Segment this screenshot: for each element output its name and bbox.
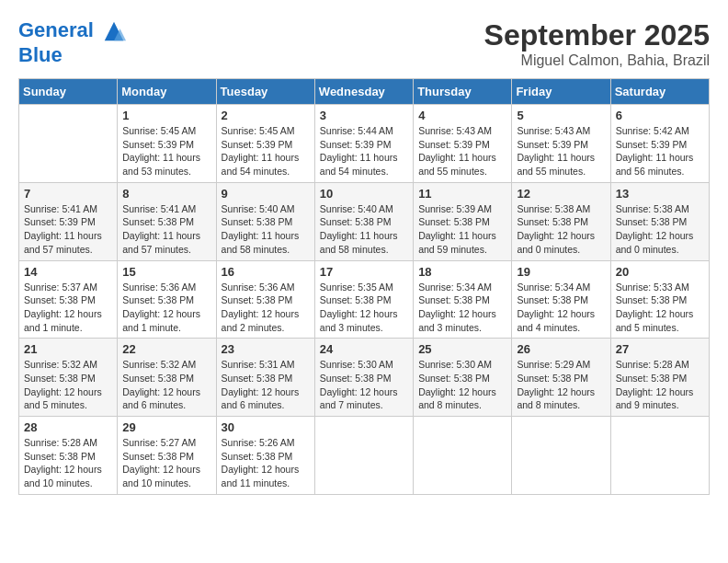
calendar-cell: 6Sunrise: 5:42 AM Sunset: 5:39 PM Daylig…	[610, 105, 709, 183]
cell-info: Sunrise: 5:45 AM Sunset: 5:39 PM Dayligh…	[122, 124, 210, 178]
calendar-header-row: SundayMondayTuesdayWednesdayThursdayFrid…	[19, 79, 710, 105]
day-number: 15	[122, 265, 210, 279]
calendar-cell: 28Sunrise: 5:28 AM Sunset: 5:38 PM Dayli…	[19, 417, 118, 495]
cell-info: Sunrise: 5:45 AM Sunset: 5:39 PM Dayligh…	[222, 124, 310, 178]
day-header-thursday: Thursday	[414, 79, 512, 105]
cell-info: Sunrise: 5:36 AM Sunset: 5:38 PM Dayligh…	[122, 281, 210, 335]
day-number: 23	[222, 342, 310, 356]
day-number: 30	[222, 420, 310, 434]
calendar-cell	[512, 417, 610, 495]
cell-info: Sunrise: 5:41 AM Sunset: 5:39 PM Dayligh…	[24, 202, 112, 257]
cell-info: Sunrise: 5:27 AM Sunset: 5:38 PM Dayligh…	[122, 436, 210, 490]
calendar-cell: 29Sunrise: 5:27 AM Sunset: 5:38 PM Dayli…	[118, 417, 216, 495]
day-header-wednesday: Wednesday	[314, 79, 413, 105]
calendar-cell: 1Sunrise: 5:45 AM Sunset: 5:39 PM Daylig…	[118, 105, 216, 183]
cell-info: Sunrise: 5:28 AM Sunset: 5:38 PM Dayligh…	[24, 436, 112, 490]
day-number: 25	[418, 342, 506, 356]
calendar-cell: 5Sunrise: 5:43 AM Sunset: 5:39 PM Daylig…	[512, 105, 610, 183]
day-number: 7	[24, 187, 112, 201]
day-header-monday: Monday	[118, 79, 216, 105]
day-number: 21	[24, 342, 112, 356]
day-number: 29	[122, 420, 210, 434]
cell-info: Sunrise: 5:34 AM Sunset: 5:38 PM Dayligh…	[517, 281, 605, 335]
calendar-week-3: 14Sunrise: 5:37 AM Sunset: 5:38 PM Dayli…	[19, 260, 710, 339]
calendar-cell: 26Sunrise: 5:29 AM Sunset: 5:38 PM Dayli…	[512, 339, 610, 417]
cell-info: Sunrise: 5:28 AM Sunset: 5:38 PM Dayligh…	[616, 358, 704, 412]
day-number: 4	[418, 109, 506, 122]
day-number: 9	[222, 187, 310, 201]
title-block: September 2025 Miguel Calmon, Bahia, Bra…	[484, 18, 710, 69]
calendar-cell: 13Sunrise: 5:38 AM Sunset: 5:38 PM Dayli…	[610, 182, 709, 260]
calendar-cell: 8Sunrise: 5:41 AM Sunset: 5:38 PM Daylig…	[118, 182, 216, 260]
cell-info: Sunrise: 5:32 AM Sunset: 5:38 PM Dayligh…	[122, 358, 210, 412]
day-number: 24	[320, 342, 408, 356]
day-number: 26	[517, 342, 605, 356]
calendar-cell: 4Sunrise: 5:43 AM Sunset: 5:39 PM Daylig…	[414, 105, 512, 183]
day-number: 8	[122, 187, 210, 201]
calendar-cell: 30Sunrise: 5:26 AM Sunset: 5:38 PM Dayli…	[216, 417, 314, 495]
calendar-cell: 25Sunrise: 5:30 AM Sunset: 5:38 PM Dayli…	[414, 339, 512, 417]
day-header-saturday: Saturday	[610, 79, 709, 105]
page-header: General Blue September 2025 Miguel Calmo…	[18, 18, 710, 69]
day-number: 28	[24, 420, 112, 434]
cell-info: Sunrise: 5:32 AM Sunset: 5:38 PM Dayligh…	[24, 358, 112, 412]
cell-info: Sunrise: 5:35 AM Sunset: 5:38 PM Dayligh…	[320, 281, 408, 335]
calendar-body: 1Sunrise: 5:45 AM Sunset: 5:39 PM Daylig…	[19, 105, 710, 495]
cell-info: Sunrise: 5:36 AM Sunset: 5:38 PM Dayligh…	[222, 281, 310, 335]
cell-info: Sunrise: 5:37 AM Sunset: 5:38 PM Dayligh…	[24, 281, 112, 335]
day-header-friday: Friday	[512, 79, 610, 105]
cell-info: Sunrise: 5:43 AM Sunset: 5:39 PM Dayligh…	[418, 124, 506, 178]
cell-info: Sunrise: 5:40 AM Sunset: 5:38 PM Dayligh…	[320, 202, 408, 257]
calendar-cell: 11Sunrise: 5:39 AM Sunset: 5:38 PM Dayli…	[414, 182, 512, 260]
day-number: 5	[517, 109, 605, 122]
logo-text: General	[18, 18, 127, 44]
cell-info: Sunrise: 5:41 AM Sunset: 5:38 PM Dayligh…	[122, 202, 210, 257]
calendar-cell	[414, 417, 512, 495]
day-header-sunday: Sunday	[19, 79, 118, 105]
day-number: 22	[122, 342, 210, 356]
cell-info: Sunrise: 5:43 AM Sunset: 5:39 PM Dayligh…	[517, 124, 605, 178]
logo: General Blue	[18, 18, 127, 66]
cell-info: Sunrise: 5:39 AM Sunset: 5:38 PM Dayligh…	[418, 202, 506, 257]
calendar-cell: 23Sunrise: 5:31 AM Sunset: 5:38 PM Dayli…	[216, 339, 314, 417]
calendar-cell: 10Sunrise: 5:40 AM Sunset: 5:38 PM Dayli…	[314, 182, 413, 260]
day-number: 11	[418, 187, 506, 201]
day-number: 12	[517, 187, 605, 201]
calendar-cell: 18Sunrise: 5:34 AM Sunset: 5:38 PM Dayli…	[414, 260, 512, 339]
calendar-cell: 20Sunrise: 5:33 AM Sunset: 5:38 PM Dayli…	[610, 260, 709, 339]
calendar-week-5: 28Sunrise: 5:28 AM Sunset: 5:38 PM Dayli…	[19, 417, 710, 495]
day-number: 1	[122, 109, 210, 122]
calendar-cell: 3Sunrise: 5:44 AM Sunset: 5:39 PM Daylig…	[314, 105, 413, 183]
cell-info: Sunrise: 5:40 AM Sunset: 5:38 PM Dayligh…	[222, 202, 310, 257]
location-title: Miguel Calmon, Bahia, Brazil	[484, 52, 710, 69]
cell-info: Sunrise: 5:30 AM Sunset: 5:38 PM Dayligh…	[320, 358, 408, 412]
day-number: 17	[320, 265, 408, 279]
cell-info: Sunrise: 5:33 AM Sunset: 5:38 PM Dayligh…	[616, 281, 704, 335]
logo-blue: Blue	[18, 44, 127, 66]
cell-info: Sunrise: 5:30 AM Sunset: 5:38 PM Dayligh…	[418, 358, 506, 412]
day-number: 18	[418, 265, 506, 279]
calendar-cell: 9Sunrise: 5:40 AM Sunset: 5:38 PM Daylig…	[216, 182, 314, 260]
calendar-week-2: 7Sunrise: 5:41 AM Sunset: 5:39 PM Daylig…	[19, 182, 710, 260]
day-number: 13	[616, 187, 704, 201]
calendar-cell: 12Sunrise: 5:38 AM Sunset: 5:38 PM Dayli…	[512, 182, 610, 260]
calendar-cell: 27Sunrise: 5:28 AM Sunset: 5:38 PM Dayli…	[610, 339, 709, 417]
day-number: 2	[222, 109, 310, 122]
cell-info: Sunrise: 5:34 AM Sunset: 5:38 PM Dayligh…	[418, 281, 506, 335]
day-number: 27	[616, 342, 704, 356]
day-number: 6	[616, 109, 704, 122]
calendar-cell	[610, 417, 709, 495]
calendar-cell: 22Sunrise: 5:32 AM Sunset: 5:38 PM Dayli…	[118, 339, 216, 417]
calendar-cell: 17Sunrise: 5:35 AM Sunset: 5:38 PM Dayli…	[314, 260, 413, 339]
calendar-week-1: 1Sunrise: 5:45 AM Sunset: 5:39 PM Daylig…	[19, 105, 710, 183]
calendar-cell: 7Sunrise: 5:41 AM Sunset: 5:39 PM Daylig…	[19, 182, 118, 260]
cell-info: Sunrise: 5:38 AM Sunset: 5:38 PM Dayligh…	[517, 202, 605, 257]
calendar-table: SundayMondayTuesdayWednesdayThursdayFrid…	[18, 78, 710, 495]
cell-info: Sunrise: 5:26 AM Sunset: 5:38 PM Dayligh…	[222, 436, 310, 490]
cell-info: Sunrise: 5:38 AM Sunset: 5:38 PM Dayligh…	[616, 202, 704, 257]
calendar-cell: 21Sunrise: 5:32 AM Sunset: 5:38 PM Dayli…	[19, 339, 118, 417]
day-header-tuesday: Tuesday	[216, 79, 314, 105]
logo-icon	[101, 18, 127, 44]
calendar-cell: 24Sunrise: 5:30 AM Sunset: 5:38 PM Dayli…	[314, 339, 413, 417]
day-number: 20	[616, 265, 704, 279]
